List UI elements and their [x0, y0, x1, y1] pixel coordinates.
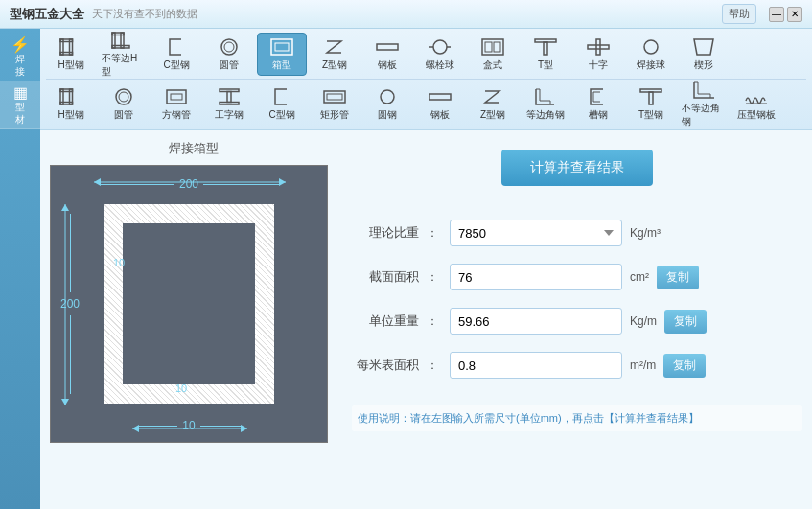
work-area: 焊接箱型 200 200 — [40, 130, 812, 509]
toolbar-row-1: H型钢 不等边H型 C型钢 — [46, 33, 806, 76]
tool-z-beam2[interactable]: Z型钢 — [468, 82, 518, 126]
tool-label: 钢板 — [378, 58, 397, 72]
tool-c-beam2[interactable]: C型钢 — [257, 82, 307, 126]
unequal-h-icon — [110, 31, 137, 50]
tool-unequal-angle[interactable]: 不等边角钢 — [679, 82, 729, 126]
tool-round-tube[interactable]: 圆管 — [204, 33, 254, 76]
z-beam2-icon — [479, 86, 506, 106]
tool-label: 圆钢 — [378, 108, 397, 122]
tool-h-beam2[interactable]: H型钢 — [46, 82, 96, 126]
tool-equal-angle[interactable]: 等边角钢 — [521, 82, 570, 126]
area-copy-button[interactable]: 复制 — [657, 266, 699, 289]
tool-steel-plate[interactable]: 钢板 — [362, 33, 412, 76]
svg-rect-33 — [227, 91, 231, 102]
svg-rect-10 — [271, 39, 292, 55]
tool-label: 盒式 — [483, 58, 502, 72]
box-icon — [268, 36, 295, 57]
tool-t-type[interactable]: T型 — [521, 33, 570, 76]
svg-marker-43 — [94, 178, 101, 186]
content-area: H型钢 不等边H型 C型钢 — [40, 29, 812, 509]
close-button[interactable]: ✕ — [787, 7, 802, 22]
tool-label: 等边角钢 — [526, 108, 565, 122]
tool-z-beam[interactable]: Z型钢 — [310, 33, 360, 76]
tool-unequal-h[interactable]: 不等边H型 — [99, 33, 149, 76]
tool-box[interactable]: 箱型 — [257, 33, 307, 76]
dim-top-svg — [89, 174, 290, 191]
unit-weight-unit: Kg/m — [630, 314, 657, 328]
weld-ball-icon — [638, 36, 664, 57]
calc-button[interactable]: 计算并查看结果 — [501, 150, 653, 186]
svg-rect-30 — [167, 90, 186, 104]
svg-marker-49 — [132, 425, 139, 432]
tool-cross[interactable]: 十字 — [573, 33, 623, 76]
svg-rect-20 — [544, 42, 547, 55]
sidebar-item-welding[interactable]: ⚡ 焊接 — [0, 34, 40, 81]
round-steel-icon — [374, 86, 401, 106]
tool-c-beam[interactable]: C型钢 — [151, 33, 201, 76]
unit-weight-input[interactable] — [450, 308, 622, 335]
channel-icon — [585, 86, 612, 106]
tool-channel[interactable]: 槽钢 — [573, 82, 623, 126]
tool-i-beam[interactable]: 工字钢 — [204, 82, 254, 126]
tool-square-tube[interactable]: 方钢管 — [151, 82, 201, 126]
toolbar: H型钢 不等边H型 C型钢 — [40, 29, 812, 130]
help-button[interactable]: 帮助 — [722, 4, 756, 24]
tool-label: 焊接球 — [637, 58, 665, 72]
sidebar: ⚡ 焊接 ▦ 型材 — [0, 29, 40, 509]
app-title: 型钢五金大全 — [10, 6, 84, 23]
tool-label: 方钢管 — [162, 108, 191, 122]
title-right: 帮助 — ✕ — [722, 4, 802, 24]
rect-tube-icon — [321, 86, 348, 106]
tool-label: Z型钢 — [322, 58, 347, 72]
sidebar-label-welding: 焊接 — [15, 53, 25, 78]
unequal-angle-icon — [690, 81, 717, 100]
svg-rect-40 — [649, 92, 653, 104]
minimize-button[interactable]: — — [769, 7, 784, 22]
form-row-unit-weight: 单位重量 ： Kg/m 复制 — [352, 308, 802, 335]
t-beam-icon — [638, 86, 664, 106]
tool-trapezoid[interactable]: 楔形 — [679, 33, 729, 76]
tool-steel-plate2[interactable]: 钢板 — [415, 82, 465, 126]
tool-round-steel[interactable]: 圆钢 — [362, 82, 412, 126]
svg-rect-27 — [60, 102, 73, 104]
area-input[interactable] — [450, 264, 622, 290]
tool-rect-tube[interactable]: 矩形管 — [310, 82, 360, 126]
tool-label: 槽钢 — [589, 108, 608, 122]
svg-point-23 — [644, 40, 658, 54]
unit-weight-copy-button[interactable]: 复制 — [664, 310, 707, 334]
tool-weld-ball[interactable]: 焊接球 — [626, 33, 676, 76]
surface-area-input[interactable] — [450, 352, 622, 379]
tool-t-beam[interactable]: T型钢 — [626, 82, 676, 126]
tool-round-tube2[interactable]: 圆管 — [99, 82, 149, 126]
equal-angle-icon — [532, 86, 559, 106]
svg-rect-3 — [60, 52, 73, 55]
svg-point-9 — [224, 42, 234, 52]
tool-label: H型钢 — [58, 58, 83, 72]
svg-point-28 — [116, 89, 131, 104]
diagram-box: 200 200 10 — [50, 165, 328, 443]
app-subtitle: 天下没有查不到的数据 — [92, 7, 197, 21]
tool-label: 箱型 — [272, 58, 291, 72]
tool-label: 不等边角钢 — [682, 102, 726, 128]
tool-label: 钢板 — [430, 108, 450, 122]
svg-rect-38 — [429, 94, 451, 100]
diagram-title: 焊接箱型 — [50, 140, 337, 157]
box-inner — [123, 223, 255, 384]
tool-bolt-ball[interactable]: 螺栓球 — [415, 33, 465, 76]
tool-label: 圆管 — [220, 58, 239, 72]
sidebar-item-materials[interactable]: ▦ 型材 — [0, 81, 40, 129]
tool-label: 矩形管 — [320, 108, 349, 122]
i-beam-icon — [216, 86, 243, 106]
svg-marker-46 — [61, 204, 69, 211]
tool-box-type[interactable]: 盒式 — [468, 33, 518, 76]
svg-marker-47 — [61, 399, 69, 405]
surface-area-copy-button[interactable]: 复制 — [663, 354, 706, 378]
tool-press-plate[interactable]: 压型钢板 — [731, 82, 781, 126]
density-select[interactable]: 7850 — [450, 220, 622, 246]
tool-label: 楔形 — [694, 58, 713, 72]
svg-point-29 — [119, 92, 128, 102]
tool-h-beam[interactable]: H型钢 — [46, 33, 96, 76]
svg-rect-18 — [494, 42, 500, 52]
calc-button-wrapper: 计算并查看结果 — [352, 150, 802, 205]
usage-note-text: 使用说明：请在左图输入所需尺寸(单位mm)，再点击【计算并查看结果】 — [358, 412, 699, 424]
